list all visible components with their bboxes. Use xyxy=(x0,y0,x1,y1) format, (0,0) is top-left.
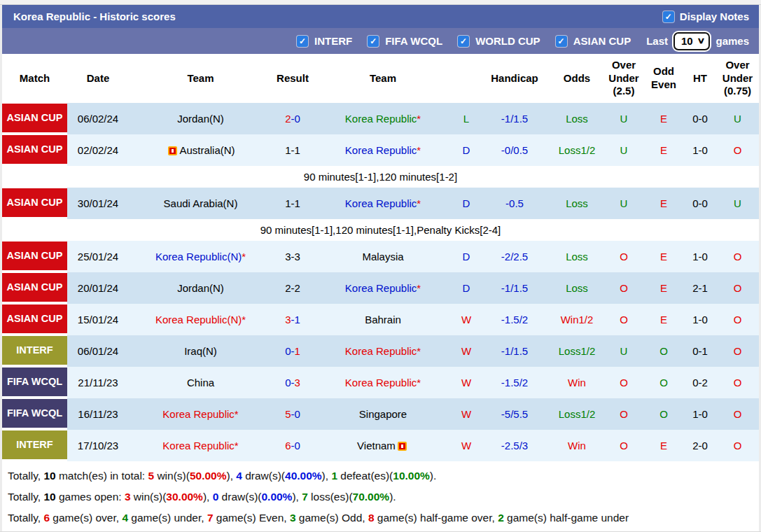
competition-filter-label: WORLD CUP xyxy=(475,35,540,47)
match-row: ASIAN CUP15/01/24Korea Republic(N)*3-1Ba… xyxy=(2,304,759,335)
red-card-icon xyxy=(398,442,407,451)
odds-result: Loss xyxy=(550,103,604,134)
column-header-5 xyxy=(453,54,480,103)
handicap-result-letter: D xyxy=(453,188,480,219)
column-header-9: Odd Even xyxy=(643,54,684,103)
team-name: Malaysia xyxy=(362,251,403,262)
competition-badge: ASIAN CUP xyxy=(2,188,67,218)
odd-even: E xyxy=(643,134,684,166)
star-marker: * xyxy=(242,314,246,326)
odds-result: Loss1/2 xyxy=(550,398,604,430)
star-marker: * xyxy=(417,113,421,125)
result-score: 3-3 xyxy=(272,241,313,272)
handicap-result-letter: W xyxy=(453,335,480,367)
over-under-0-75: O xyxy=(716,241,759,272)
competition-filter-label: ASIAN CUP xyxy=(573,35,631,47)
match-note-row: 90 minutes[1-1],120 minutes[1-2] xyxy=(2,166,759,188)
match-note: 90 minutes[1-1],120 minutes[1-2] xyxy=(2,166,759,188)
competition-checkbox[interactable]: ✓ xyxy=(458,36,469,47)
half-time-score: 0-0 xyxy=(684,103,716,134)
match-row: INTERF17/10/23Korea Republic*6-0VietnamW… xyxy=(2,430,759,461)
result-score: 1-1 xyxy=(272,134,313,166)
team-name: Korea Republic xyxy=(345,345,417,357)
competition-badge: ASIAN CUP xyxy=(2,104,67,134)
filter-item: ✓ FIFA WCQL xyxy=(368,35,442,47)
away-team: Vietnam xyxy=(313,430,453,461)
home-team: Jordan(N) xyxy=(129,103,272,134)
odds-result: Win1/2 xyxy=(550,304,604,335)
column-header-10: HT xyxy=(684,54,716,103)
handicap-value: -1.5/2 xyxy=(480,304,550,335)
check-icon: ✓ xyxy=(665,12,672,22)
competition-checkbox[interactable]: ✓ xyxy=(556,36,567,47)
handicap-value: -1.5/2 xyxy=(480,367,550,398)
match-row: INTERF06/01/24Iraq(N)0-1Korea Republic*W… xyxy=(2,335,759,367)
away-team: Korea Republic* xyxy=(313,335,453,367)
result-score: 5-0 xyxy=(272,398,313,430)
star-marker: * xyxy=(235,408,239,420)
odd-even: E xyxy=(643,241,684,272)
competition-filter-label: FIFA WCQL xyxy=(385,35,442,47)
result-score: 3-1 xyxy=(272,304,313,335)
competition-checkbox[interactable]: ✓ xyxy=(368,36,379,47)
result-score: 0-1 xyxy=(272,335,313,367)
team-name: Saudi Arabia(N) xyxy=(164,197,238,209)
handicap-value: -1/1.5 xyxy=(480,272,550,304)
summary-line-3: Totally, 6 game(s) over, 4 game(s) under… xyxy=(8,507,753,528)
odd-even: E xyxy=(643,430,684,461)
home-team: Iraq(N) xyxy=(129,335,272,367)
team-name: Korea Republic xyxy=(162,440,235,451)
over-under-2-5: O xyxy=(604,272,643,304)
away-team: Korea Republic* xyxy=(313,103,453,134)
team-name: Korea Republic xyxy=(345,197,417,209)
team-name: Singapore xyxy=(359,408,407,420)
match-date: 25/01/24 xyxy=(67,241,129,272)
handicap-result-letter: L xyxy=(453,103,480,134)
handicap-result-letter: D xyxy=(453,134,480,166)
filter-item: ✓ WORLD CUP xyxy=(458,35,540,47)
page-container: Korea Republic - Historic scores ✓ Displ… xyxy=(0,5,761,531)
over-under-2-5: O xyxy=(604,398,643,430)
column-header-8: Over Under (2.5) xyxy=(604,54,643,103)
half-time-score: 1-0 xyxy=(684,241,716,272)
last-games-select[interactable]: 10 ∨ xyxy=(673,32,710,50)
handicap-value: -1/1.5 xyxy=(480,335,550,367)
over-under-0-75: U xyxy=(716,103,759,134)
match-row: FIFA WCQL21/11/23China0-3Korea Republic*… xyxy=(2,367,759,398)
team-name: Korea Republic xyxy=(345,144,417,156)
result-score: 6-0 xyxy=(272,430,313,461)
odds-result: Loss1/2 xyxy=(550,335,604,367)
over-under-0-75: O xyxy=(716,430,759,461)
last-games-value: 10 xyxy=(681,35,693,47)
result-score: 0-3 xyxy=(272,367,313,398)
summary-line-1: Totally, 10 match(es) in total: 5 win(s)… xyxy=(8,465,753,486)
column-header-2: Team xyxy=(129,54,272,103)
home-team: Saudi Arabia(N) xyxy=(129,188,272,219)
over-under-2-5: O xyxy=(604,367,643,398)
summary-section: Totally, 10 match(es) in total: 5 win(s)… xyxy=(2,461,759,531)
half-time-score: 2-0 xyxy=(684,430,716,461)
competition-checkbox[interactable]: ✓ xyxy=(297,36,308,47)
over-under-0-75: O xyxy=(716,272,759,304)
handicap-value: -0/0.5 xyxy=(480,134,550,166)
star-marker: * xyxy=(417,345,421,357)
home-team: China xyxy=(129,367,272,398)
match-date: 16/11/23 xyxy=(67,398,129,430)
display-notes-checkbox[interactable]: ✓ xyxy=(663,11,674,22)
odds-result: Loss xyxy=(550,188,604,219)
odds-result: Win xyxy=(550,367,604,398)
star-marker: * xyxy=(242,251,246,262)
home-team: Australia(N) xyxy=(129,134,272,166)
team-name: China xyxy=(187,377,214,388)
away-team: Korea Republic* xyxy=(313,272,453,304)
column-header-1: Date xyxy=(67,54,129,103)
odd-even: O xyxy=(643,335,684,367)
odds-result: Loss xyxy=(550,241,604,272)
odds-result: Loss1/2 xyxy=(550,134,604,166)
competition-badge: FIFA WCQL xyxy=(2,399,67,429)
match-date: 06/02/24 xyxy=(67,103,129,134)
handicap-result-letter: D xyxy=(453,241,480,272)
team-name: Korea Republic(N) xyxy=(155,314,242,326)
odds-result: Loss xyxy=(550,272,604,304)
result-score: 2-0 xyxy=(272,103,313,134)
